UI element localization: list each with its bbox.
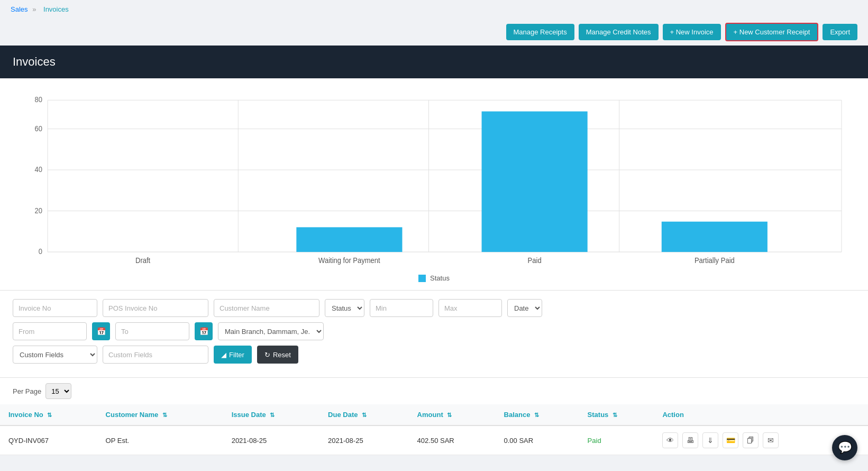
- svg-text:Draft: Draft: [135, 257, 150, 265]
- download-button[interactable]: ⇓: [702, 432, 718, 448]
- print-button[interactable]: 🖶: [682, 432, 698, 448]
- sort-icon-amount: ⇅: [447, 412, 452, 418]
- svg-text:Partially Paid: Partially Paid: [695, 257, 735, 265]
- col-status[interactable]: Status ⇅: [579, 404, 654, 425]
- chart-area: 0 20 40 60 80 Draft Waiting for Payment …: [16, 89, 852, 269]
- breadcrumb: Sales » Invoices: [0, 0, 868, 19]
- toolbar: Manage Receipts Manage Credit Notes + Ne…: [0, 19, 868, 46]
- bar-waiting-payment: [296, 227, 402, 252]
- payment-button[interactable]: 💳: [723, 432, 738, 448]
- legend-color-status: [418, 275, 426, 282]
- chart-legend: Status: [16, 269, 852, 285]
- customer-name-input[interactable]: [214, 299, 319, 317]
- page-title: Invoices: [13, 55, 855, 69]
- filter-button[interactable]: ◢ Filter: [214, 346, 252, 364]
- invoices-table: Invoice No ⇅ Customer Name ⇅ Issue Date …: [0, 404, 868, 455]
- cell-balance: 0.00 SAR: [496, 425, 579, 455]
- bar-partially-paid: [662, 222, 768, 252]
- col-customer-name[interactable]: Customer Name ⇅: [97, 404, 223, 425]
- to-date-input[interactable]: [115, 322, 189, 340]
- branch-select[interactable]: Main Branch, Dammam, Je...: [218, 322, 324, 340]
- col-balance[interactable]: Balance ⇅: [496, 404, 579, 425]
- table-body: QYD-INV067 OP Est. 2021-08-25 2021-08-25…: [0, 425, 868, 455]
- col-due-date[interactable]: Due Date ⇅: [319, 404, 409, 425]
- status-select[interactable]: Status: [325, 299, 364, 317]
- status-badge: Paid: [588, 437, 601, 445]
- sort-icon-due: ⇅: [362, 412, 367, 418]
- sort-icon-customer: ⇅: [162, 412, 167, 418]
- filter-row-3: Custom Fields ◢ Filter ↻ Reset: [13, 346, 855, 364]
- bar-chart: 0 20 40 60 80 Draft Waiting for Payment …: [16, 89, 852, 269]
- email-button[interactable]: ✉: [763, 432, 779, 448]
- copy-button[interactable]: 🗍: [743, 432, 759, 448]
- per-page-row: Per Page 10 15 25 50: [0, 378, 868, 404]
- to-calendar-button[interactable]: 📅: [195, 322, 213, 340]
- invoice-no-input[interactable]: [13, 299, 97, 317]
- reset-button[interactable]: ↻ Reset: [257, 346, 298, 364]
- filter-row-1: Status Date: [13, 299, 855, 317]
- sort-icon-status: ⇅: [613, 412, 617, 418]
- col-amount[interactable]: Amount ⇅: [409, 404, 496, 425]
- cell-amount: 402.50 SAR: [409, 425, 496, 455]
- cell-customer-name: OP Est.: [97, 425, 223, 455]
- sort-icon-invoice: ⇅: [47, 412, 52, 418]
- manage-receipts-button[interactable]: Manage Receipts: [506, 24, 574, 40]
- sort-icon-issue: ⇅: [270, 412, 275, 418]
- max-input[interactable]: [438, 299, 502, 317]
- svg-text:60: 60: [35, 124, 42, 132]
- filter-icon: ◢: [221, 351, 226, 359]
- bar-paid: [482, 112, 588, 252]
- filter-label: Filter: [229, 351, 244, 359]
- svg-text:Paid: Paid: [528, 257, 542, 265]
- cell-due-date: 2021-08-25: [319, 425, 409, 455]
- col-invoice-no[interactable]: Invoice No ⇅: [0, 404, 97, 425]
- new-invoice-button[interactable]: + New Invoice: [663, 24, 721, 40]
- breadcrumb-parent[interactable]: Sales: [11, 5, 28, 13]
- svg-text:20: 20: [35, 206, 42, 214]
- page-header: Invoices: [0, 46, 868, 78]
- min-input[interactable]: [370, 299, 433, 317]
- manage-credit-notes-button[interactable]: Manage Credit Notes: [579, 24, 659, 40]
- new-customer-receipt-button[interactable]: + New Customer Receipt: [725, 23, 819, 41]
- svg-text:Waiting for Payment: Waiting for Payment: [318, 257, 380, 265]
- breadcrumb-current: Invoices: [43, 5, 69, 13]
- from-date-input[interactable]: [13, 322, 87, 340]
- legend-label-status: Status: [430, 274, 450, 282]
- view-button[interactable]: 👁: [662, 432, 678, 448]
- per-page-label: Per Page: [13, 387, 41, 395]
- col-issue-date[interactable]: Issue Date ⇅: [223, 404, 319, 425]
- chart-container: 0 20 40 60 80 Draft Waiting for Payment …: [0, 78, 868, 291]
- custom-fields-select[interactable]: Custom Fields: [13, 346, 97, 364]
- table-header: Invoice No ⇅ Customer Name ⇅ Issue Date …: [0, 404, 868, 425]
- export-button[interactable]: Export: [823, 24, 857, 40]
- col-action: Action: [654, 404, 868, 425]
- date-select[interactable]: Date: [507, 299, 542, 317]
- reset-icon: ↻: [264, 351, 270, 359]
- svg-text:0: 0: [39, 248, 42, 256]
- pos-invoice-input[interactable]: [103, 299, 208, 317]
- table-wrapper: Invoice No ⇅ Customer Name ⇅ Issue Date …: [0, 404, 868, 455]
- svg-text:40: 40: [35, 166, 42, 174]
- table-row: QYD-INV067 OP Est. 2021-08-25 2021-08-25…: [0, 425, 868, 455]
- cell-invoice-no: QYD-INV067: [0, 425, 97, 455]
- filters-section: Status Date 📅 📅 Main Branch, Dammam, Je.…: [0, 291, 868, 378]
- cell-status: Paid: [579, 425, 654, 455]
- cell-issue-date: 2021-08-25: [223, 425, 319, 455]
- reset-label: Reset: [273, 351, 291, 359]
- from-calendar-button[interactable]: 📅: [92, 322, 110, 340]
- sort-icon-balance: ⇅: [534, 412, 539, 418]
- per-page-select[interactable]: 10 15 25 50: [45, 383, 71, 399]
- breadcrumb-separator: »: [32, 5, 36, 13]
- custom-fields-input[interactable]: [103, 346, 208, 364]
- svg-text:80: 80: [35, 96, 42, 104]
- filter-row-2: 📅 📅 Main Branch, Dammam, Je...: [13, 322, 855, 340]
